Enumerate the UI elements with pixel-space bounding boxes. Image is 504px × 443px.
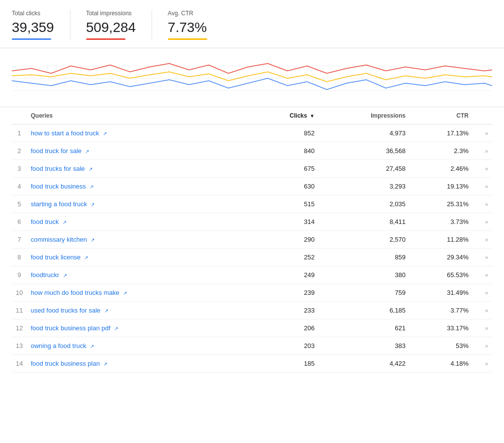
- table-row: 11 used food trucks for sale ↗ 233 6,185…: [12, 302, 492, 319]
- row-impressions: 4,422: [318, 355, 410, 373]
- table-row: 1 how to start a food truck ↗ 852 4,973 …: [12, 125, 492, 142]
- row-query[interactable]: food truck license ↗: [27, 249, 249, 266]
- row-query[interactable]: food trucks for sale ↗: [27, 160, 249, 178]
- external-link-icon[interactable]: ↗: [103, 361, 107, 367]
- row-impressions: 4,973: [318, 125, 410, 142]
- row-query[interactable]: how to start a food truck ↗: [27, 125, 249, 142]
- table-row: 9 foodtruckr ↗ 249 380 65.53% »: [12, 266, 492, 284]
- col-clicks-header[interactable]: Clicks ▼: [249, 107, 318, 125]
- external-link-icon[interactable]: ↗: [90, 184, 94, 190]
- row-clicks: 314: [249, 213, 318, 231]
- external-link-icon[interactable]: ↗: [91, 237, 94, 243]
- row-expand[interactable]: »: [472, 178, 492, 195]
- table-header-row: Queries Clicks ▼ Impressions CTR: [12, 107, 492, 125]
- row-ctr: 4.18%: [410, 355, 472, 373]
- row-query[interactable]: how much do food trucks make ↗: [27, 284, 249, 302]
- row-ctr: 19.13%: [410, 178, 472, 195]
- avg-ctr-value: 7.73%: [168, 20, 207, 35]
- row-expand[interactable]: »: [472, 125, 492, 142]
- row-index: 12: [12, 319, 27, 337]
- external-link-icon[interactable]: ↗: [103, 131, 107, 136]
- row-expand[interactable]: »: [472, 231, 492, 249]
- table-row: 6 food truck ↗ 314 8,411 3.73% »: [12, 213, 492, 231]
- total-clicks-metric: Total clicks 39,359: [12, 10, 70, 40]
- row-query[interactable]: starting a food truck ↗: [27, 195, 249, 213]
- row-query[interactable]: food truck business ↗: [27, 178, 249, 195]
- total-impressions-metric: Total impressions 509,284: [86, 10, 152, 40]
- row-expand[interactable]: »: [472, 142, 492, 160]
- table-row: 13 owning a food truck ↗ 203 383 53% »: [12, 337, 492, 355]
- external-link-icon[interactable]: ↗: [85, 149, 89, 154]
- row-expand[interactable]: »: [472, 249, 492, 266]
- avg-ctr-bar: [168, 38, 207, 40]
- external-link-icon[interactable]: ↗: [84, 255, 88, 260]
- total-clicks-bar: [12, 38, 51, 40]
- row-ctr: 33.17%: [410, 319, 472, 337]
- row-expand[interactable]: »: [472, 302, 492, 319]
- row-ctr: 3.77%: [410, 302, 472, 319]
- row-query[interactable]: food truck business plan ↗: [27, 355, 249, 373]
- external-link-icon[interactable]: ↗: [123, 290, 127, 296]
- row-index: 5: [12, 195, 27, 213]
- row-index: 3: [12, 160, 27, 178]
- row-impressions: 621: [318, 319, 410, 337]
- external-link-icon[interactable]: ↗: [63, 220, 66, 225]
- row-expand[interactable]: »: [472, 284, 492, 302]
- row-impressions: 27,458: [318, 160, 410, 178]
- external-link-icon[interactable]: ↗: [104, 308, 108, 314]
- row-query[interactable]: food truck ↗: [27, 213, 249, 231]
- row-impressions: 859: [318, 249, 410, 266]
- row-index: 4: [12, 178, 27, 195]
- row-clicks: 206: [249, 319, 318, 337]
- row-index: 14: [12, 355, 27, 373]
- row-query[interactable]: food truck for sale ↗: [27, 142, 249, 160]
- table-row: 8 food truck license ↗ 252 859 29.34% »: [12, 249, 492, 266]
- sort-icon: ▼: [310, 113, 315, 119]
- row-clicks: 852: [249, 125, 318, 142]
- col-ctr-header[interactable]: CTR: [410, 107, 472, 125]
- external-link-icon[interactable]: ↗: [89, 166, 93, 172]
- row-ctr: 53%: [410, 337, 472, 355]
- row-clicks: 252: [249, 249, 318, 266]
- total-clicks-label: Total clicks: [12, 10, 54, 17]
- row-query[interactable]: foodtruckr ↗: [27, 266, 249, 284]
- row-ctr: 25.31%: [410, 195, 472, 213]
- external-link-icon[interactable]: ↗: [63, 273, 67, 278]
- table-row: 12 food truck business plan pdf ↗ 206 62…: [12, 319, 492, 337]
- row-ctr: 17.13%: [410, 125, 472, 142]
- row-expand[interactable]: »: [472, 337, 492, 355]
- row-clicks: 185: [249, 355, 318, 373]
- row-query[interactable]: food truck business plan pdf ↗: [27, 319, 249, 337]
- total-impressions-label: Total impressions: [86, 10, 136, 17]
- row-query[interactable]: commissary kitchen ↗: [27, 231, 249, 249]
- row-query[interactable]: owning a food truck ↗: [27, 337, 249, 355]
- col-impressions-header[interactable]: Impressions: [318, 107, 410, 125]
- row-clicks: 249: [249, 266, 318, 284]
- row-expand[interactable]: »: [472, 160, 492, 178]
- row-impressions: 759: [318, 284, 410, 302]
- external-link-icon[interactable]: ↗: [114, 326, 118, 331]
- table-row: 10 how much do food trucks make ↗ 239 75…: [12, 284, 492, 302]
- row-index: 6: [12, 213, 27, 231]
- row-expand[interactable]: »: [472, 319, 492, 337]
- row-ctr: 3.73%: [410, 213, 472, 231]
- row-expand[interactable]: »: [472, 213, 492, 231]
- row-expand[interactable]: »: [472, 195, 492, 213]
- col-queries-header[interactable]: Queries: [27, 107, 249, 125]
- row-impressions: 383: [318, 337, 410, 355]
- line-chart: [12, 56, 492, 100]
- external-link-icon[interactable]: ↗: [91, 202, 94, 207]
- row-clicks: 840: [249, 142, 318, 160]
- row-clicks: 675: [249, 160, 318, 178]
- table-row: 14 food truck business plan ↗ 185 4,422 …: [12, 355, 492, 373]
- row-ctr: 31.49%: [410, 284, 472, 302]
- row-clicks: 233: [249, 302, 318, 319]
- total-impressions-value: 509,284: [86, 20, 136, 35]
- row-expand[interactable]: »: [472, 266, 492, 284]
- row-query[interactable]: used food trucks for sale ↗: [27, 302, 249, 319]
- row-expand[interactable]: »: [472, 355, 492, 373]
- queries-table: Queries Clicks ▼ Impressions CTR 1 how t…: [12, 107, 492, 373]
- row-index: 13: [12, 337, 27, 355]
- external-link-icon[interactable]: ↗: [90, 344, 94, 349]
- table-row: 7 commissary kitchen ↗ 290 2,570 11.28% …: [12, 231, 492, 249]
